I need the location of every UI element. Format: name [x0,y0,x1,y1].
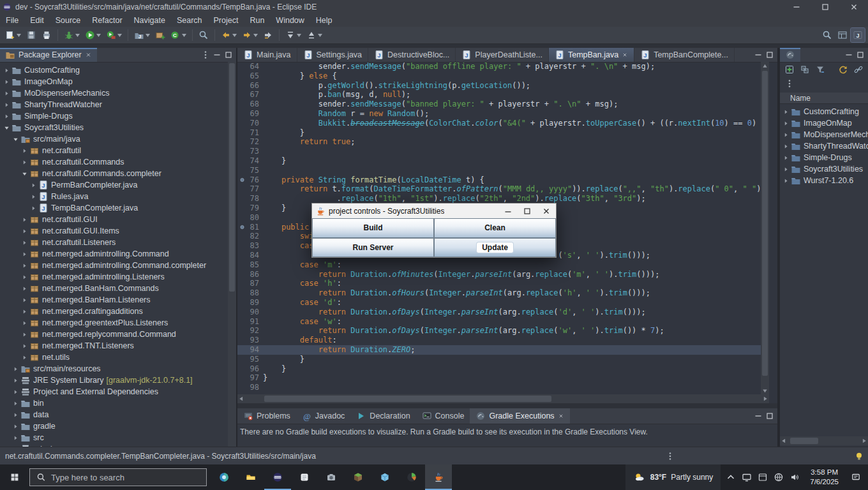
gradle-name-header[interactable]: Name [780,93,868,104]
new-java-project-button[interactable]: J [132,28,152,42]
menu-window[interactable]: Window [270,14,310,27]
tree-item-net-craftutil-commands-completer[interactable]: net.craftutil.Commands.completer [0,168,227,179]
gradle-item-customcrafting[interactable]: CustomCrafting [780,106,868,117]
console-tab-console[interactable]: Console [416,408,470,424]
tree-item-net-merged-admintrolling-command[interactable]: net.merged.admintrolling.Command [0,248,227,260]
chevron-right-icon[interactable] [2,112,11,121]
chevron-right-icon[interactable] [20,272,29,281]
back-dropdown-icon[interactable] [232,34,237,37]
tree-item-jre-system-library[interactable]: JRE System Library[graalvm-jdk-21.0.7+8.… [0,375,227,386]
start-button[interactable] [0,464,29,490]
tree-item-net-merged-banham-commands[interactable]: net.merged.BanHam.Commands [0,283,227,294]
taskbar-app-minecraft[interactable] [345,464,371,490]
view-menu-icon[interactable] [200,50,211,60]
chevron-right-icon[interactable] [781,142,790,151]
dialog-maximize-button[interactable] [518,204,537,218]
chevron-right-icon[interactable] [11,433,20,442]
taskbar-app-blue-cube[interactable] [371,464,398,490]
chevron-right-icon[interactable] [11,410,20,419]
run-button[interactable] [83,28,103,42]
tree-item-net-craftutil-commands[interactable]: net.craftutil.Commands [0,156,227,168]
back-button[interactable] [219,28,239,42]
tree-item-net-merged-craftingadditions[interactable]: net.merged.craftingadditions [0,306,227,317]
prev-annotation-button[interactable] [304,28,324,42]
package-explorer-scrollbar[interactable] [228,62,236,447]
tree-item-net-merged-greentextplus-listeners[interactable]: net.merged.greentextPlus.Listeners [0,317,227,329]
tree-item-rules-java[interactable]: JRules.java [0,191,227,202]
console-tab-javadoc[interactable]: @Javadoc [296,408,351,424]
tree-item-net-merged-tnt-listeners[interactable]: net.merged.TNT.Listeners [0,340,227,352]
close-button[interactable] [839,0,868,14]
status-overflow-icon[interactable] [665,451,675,461]
tab-gradle-tasks[interactable] [780,48,800,62]
console-tab-problems[interactable]: Problems [237,408,296,424]
chevron-right-icon[interactable] [11,376,20,385]
maximize-view-icon[interactable] [223,50,234,60]
new-wizard-button[interactable] [3,28,23,42]
new-class-dropdown-icon[interactable] [182,34,186,37]
new-java-project-dropdown-icon[interactable] [146,34,150,37]
tree-item-net-utils[interactable]: net.utils [0,352,227,363]
taskbar-app-eclipse-app[interactable] [264,464,291,490]
chevron-right-icon[interactable] [20,215,29,224]
tree-item-permbancompleter-java[interactable]: JPermBanCompleter.java [0,179,227,191]
gutter-76[interactable] [237,176,246,183]
gradle-item-wurst7-1-20-6[interactable]: Wurst7-1.20.6 [780,175,868,186]
forward-dropdown-icon[interactable] [253,34,258,37]
next-annotation-button[interactable] [283,28,303,42]
chevron-right-icon[interactable] [20,330,29,339]
dialog-button-run-server[interactable]: Run Server [312,238,434,258]
dialog-button-update[interactable]: Update [434,238,556,258]
chevron-right-icon[interactable] [2,100,11,109]
open-search-button[interactable] [820,28,834,42]
chevron-down-icon[interactable] [2,123,11,132]
display-icon[interactable] [742,472,752,482]
console-tab-gradle-executions[interactable]: Gradle Executions [470,408,569,424]
chevron-right-icon[interactable] [2,89,11,98]
editor-vscrollbar[interactable] [761,62,769,394]
taskbar-app-file-explorer[interactable] [237,464,264,490]
chevron-right-icon[interactable] [20,249,29,258]
minimize-console-icon[interactable] [753,411,763,421]
tree-item-data[interactable]: data [0,409,227,420]
menu-source[interactable]: Source [50,14,87,27]
chevron-right-icon[interactable] [29,204,38,212]
chevron-down-icon[interactable] [11,135,20,144]
dialog-close-button[interactable] [537,204,556,218]
gradle-item-imageonmap[interactable]: ImageOnMap [780,117,868,129]
close-tab-icon[interactable] [558,413,564,419]
refresh-button[interactable] [836,63,850,77]
tree-item-net-merged-banham-listeners[interactable]: net.merged.BanHam.Listeners [0,294,227,306]
chevron-right-icon[interactable] [29,181,38,189]
tree-item-tempbancompleter-java[interactable]: JTempBanCompleter.java [0,202,227,214]
chevron-right-icon[interactable] [781,165,790,174]
chevron-right-icon[interactable] [20,295,29,304]
open-search-button[interactable] [197,28,211,42]
forward-button[interactable] [240,28,260,42]
menu-file[interactable]: File [0,14,24,27]
editor-tab-destructivebloc[interactable]: JDestructiveBloc... [368,48,456,62]
tree-item-src-main-resources[interactable]: src/main/resources [0,363,227,375]
dialog-button-clean[interactable]: Clean [434,218,556,238]
chevron-up-icon[interactable] [726,472,736,482]
chevron-right-icon[interactable] [20,307,29,316]
editor-hscrollbar[interactable] [237,394,769,403]
tree-item-net-merged-replycommand-command[interactable]: net.merged.replycommand.Command [0,329,227,340]
chevron-right-icon[interactable] [20,158,29,167]
editor-tab-tempbancomplete[interactable]: JTempBanComplete... [634,48,735,62]
chevron-right-icon[interactable] [781,153,790,162]
close-view-icon[interactable] [85,52,92,59]
chevron-right-icon[interactable] [20,284,29,293]
gradle-item-simple-drugs[interactable]: Simple-Drugs [780,152,868,163]
save-button[interactable] [24,28,38,42]
perspective-button[interactable] [835,28,849,42]
editor-tab-tempban-java[interactable]: JTempBan.java [549,48,634,62]
menu-search[interactable]: Search [171,14,208,27]
dialog-button-build[interactable]: Build [312,218,434,238]
last-edit-button[interactable] [261,28,275,42]
debug-dropdown-icon[interactable] [75,34,80,37]
chevron-right-icon[interactable] [11,364,20,373]
chevron-right-icon[interactable] [11,399,20,408]
tree-item-net-craftutil-listeners[interactable]: net.craftutil.Listeners [0,237,227,248]
console-tab-declaration[interactable]: Declaration [350,408,415,424]
